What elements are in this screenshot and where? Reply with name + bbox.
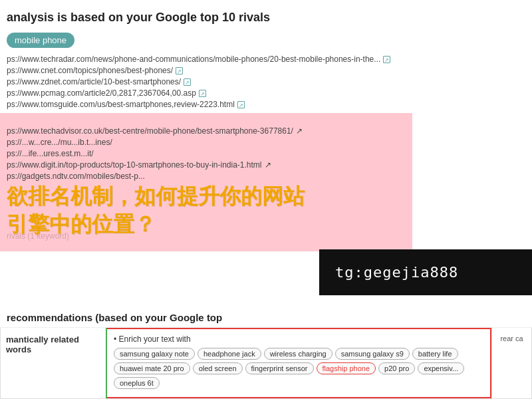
overlay-line2: 引擎中的位置？ <box>7 211 402 239</box>
url-item-5[interactable]: ps://www.tomsguide.com/us/best-smartphon… <box>7 100 525 109</box>
tags-row-1: samsung galaxy note headphone jack wirel… <box>114 348 483 360</box>
tg-label: tg:gegejia888 <box>335 264 458 281</box>
url-text-4: ps://www.pcmag.com/article2/0,2817,23670… <box>7 88 196 98</box>
ext-link-icon-6: ↗ <box>296 126 303 136</box>
recommendations-header: recommendations (based on your Google to… <box>0 307 532 328</box>
tag-wireless-charging[interactable]: wireless charging <box>264 348 332 360</box>
tags-row-3: oneplus 6t <box>114 377 483 389</box>
recommendations-table: mantically related words • Enrich your t… <box>0 328 532 399</box>
recommendations-title: recommendations (based on your Google to… <box>7 312 222 323</box>
overlay-line1: 欲排名机制，如何提升你的网站 <box>7 183 402 211</box>
url-text-2: ps://www.cnet.com/topics/phones/best-pho… <box>7 66 173 75</box>
url-item-4[interactable]: ps://www.pcmag.com/article2/0,2817,23670… <box>7 88 525 98</box>
tag-p20-pro[interactable]: p20 pro <box>378 362 415 374</box>
page-title: analysis is based on your Google top 10 … <box>7 11 525 25</box>
overlay-url-1: ps://www.techadvisor.co.uk/best-centre/m… <box>7 126 402 136</box>
tag-oled-screen[interactable]: oled screen <box>193 362 243 374</box>
tg-promo-box: tg:gegejia888 <box>319 249 532 295</box>
keyword-tag[interactable]: mobile phone <box>7 33 74 48</box>
rec-col-label: mantically related words <box>1 328 107 398</box>
top-section: analysis is based on your Google top 10 … <box>0 0 532 118</box>
rec-intro: • Enrich your text with <box>114 334 483 344</box>
url-text-1: ps://www.techradar.com/news/phone-and-co… <box>7 55 380 64</box>
ext-link-icon-4: ↗ <box>199 90 206 97</box>
overlay-url-2: ps://...w...cre.../mu...ib.t...ines/ <box>7 138 402 147</box>
tags-row-2: huawei mate 20 pro oled screen fingerpri… <box>114 362 483 374</box>
url-item-2[interactable]: ps://www.cnet.com/topics/phones/best-pho… <box>7 66 525 75</box>
ext-link-icon-5: ↗ <box>237 101 245 108</box>
page-wrapper: analysis is based on your Google top 10 … <box>0 0 532 399</box>
rec-col-right: rear ca <box>491 328 531 398</box>
tag-samsung-galaxy-s9[interactable]: samsung galaxy s9 <box>335 348 410 360</box>
tag-expensive[interactable]: expensiv... <box>418 362 464 374</box>
tag-fingerprint-sensor[interactable]: fingerprint sensor <box>245 362 314 374</box>
overlay-url-4: ps://www.digit.in/top-products/top-10-sm… <box>7 160 402 170</box>
tag-battery-life[interactable]: battery life <box>412 348 458 360</box>
tag-huawei-mate-20-pro[interactable]: huawei mate 20 pro <box>114 362 190 374</box>
overlay-section: ps://www.techadvisor.co.uk/best-centre/m… <box>0 113 412 251</box>
tag-oneplus-6t[interactable]: oneplus 6t <box>114 377 160 389</box>
tag-flagship-phone[interactable]: flagship phone <box>317 362 376 374</box>
bottom-section: recommendations (based on your Google to… <box>0 307 532 399</box>
url-item-1[interactable]: ps://www.techradar.com/news/phone-and-co… <box>7 55 525 64</box>
url-list: ps://www.techradar.com/news/phone-and-co… <box>7 55 525 109</box>
ext-link-icon-3: ↗ <box>184 78 191 86</box>
url-item-3[interactable]: ps://www.zdnet.com/article/10-best-smart… <box>7 77 525 86</box>
ext-link-icon-1: ↗ <box>383 56 390 63</box>
ext-link-icon-2: ↗ <box>176 67 183 74</box>
url-text-5: ps://www.tomsguide.com/us/best-smartphon… <box>7 100 235 109</box>
tag-headphone-jack[interactable]: headphone jack <box>198 348 261 360</box>
overlay-url-3: ps://...ife...ures.est.m...it/ <box>7 149 402 158</box>
tag-samsung-galaxy-note[interactable]: samsung galaxy note <box>114 348 195 360</box>
overlay-chinese-text: 欲排名机制，如何提升你的网站 引擎中的位置？ <box>7 183 402 238</box>
ext-link-icon-7: ↗ <box>265 160 271 170</box>
overlay-url-5: ps://gadgets.ndtv.com/mobiles/best-p... <box>7 172 402 181</box>
url-text-3: ps://www.zdnet.com/article/10-best-smart… <box>7 77 181 86</box>
rec-col-content: • Enrich your text with samsung galaxy n… <box>107 328 491 398</box>
